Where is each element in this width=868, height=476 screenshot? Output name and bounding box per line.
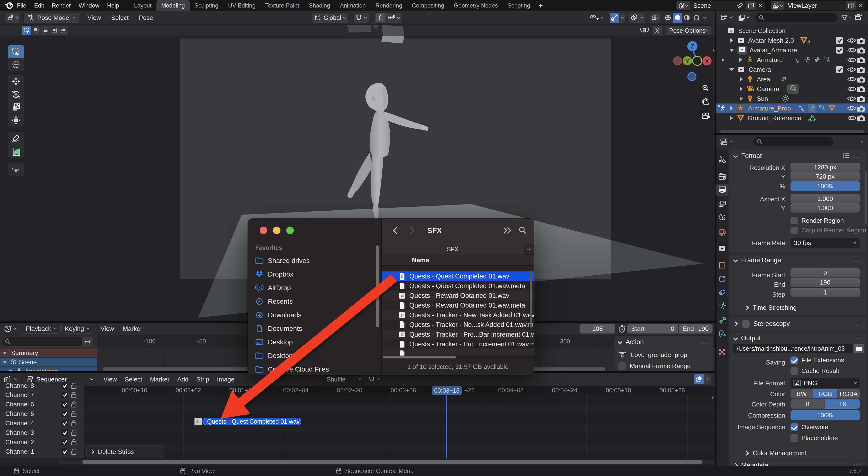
svg-text:X: X xyxy=(705,58,709,64)
svg-text:Y: Y xyxy=(686,58,689,64)
svg-text:Z: Z xyxy=(691,43,694,50)
